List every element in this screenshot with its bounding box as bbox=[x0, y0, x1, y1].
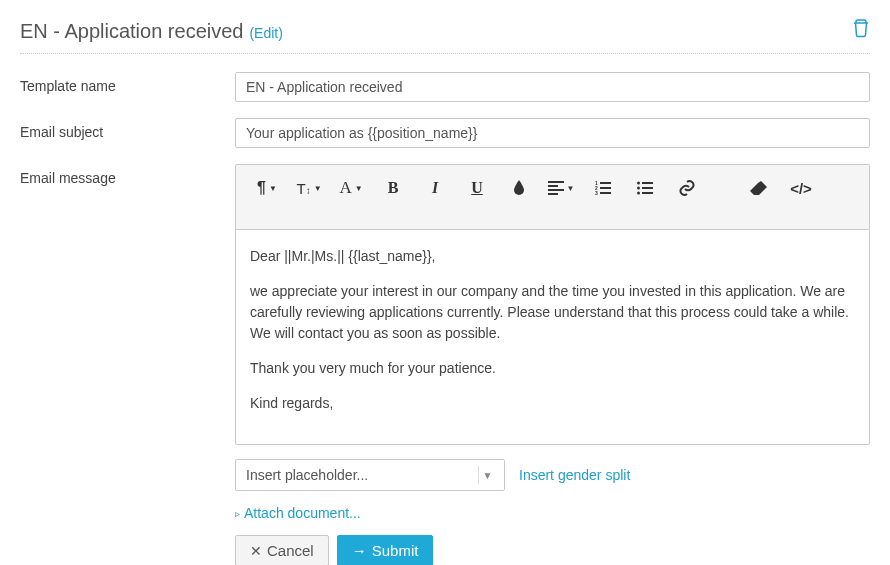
chevron-down-icon: ▼ bbox=[567, 184, 575, 193]
bold-icon: B bbox=[388, 179, 399, 197]
triangle-right-icon: ▹ bbox=[235, 508, 240, 519]
ink-drop-button[interactable] bbox=[498, 173, 540, 203]
align-left-icon bbox=[548, 181, 564, 195]
template-name-input[interactable] bbox=[235, 72, 870, 102]
message-greeting: Dear ||Mr.|Ms.|| {{last_name}}, bbox=[250, 246, 855, 267]
template-name-label: Template name bbox=[20, 72, 235, 102]
svg-text:3: 3 bbox=[595, 190, 598, 195]
ordered-list-icon: 123 bbox=[595, 181, 611, 195]
editor-toolbar: ¶▼ T↕ ▼ A▼ B I bbox=[235, 164, 870, 229]
editor-content[interactable]: Dear ||Mr.|Ms.|| {{last_name}}, we appre… bbox=[235, 229, 870, 445]
page-header: EN - Application received (Edit) bbox=[20, 18, 870, 54]
delete-button[interactable] bbox=[852, 18, 870, 41]
italic-button[interactable]: I bbox=[414, 173, 456, 203]
page-title: EN - Application received bbox=[20, 20, 243, 43]
cancel-button-label: Cancel bbox=[267, 542, 314, 559]
font-color-icon: A bbox=[339, 178, 351, 198]
code-icon: </> bbox=[790, 180, 812, 197]
italic-icon: I bbox=[432, 179, 438, 197]
svg-point-12 bbox=[637, 187, 640, 190]
pilcrow-icon: ¶ bbox=[257, 179, 266, 197]
bold-button[interactable]: B bbox=[372, 173, 414, 203]
link-icon bbox=[678, 180, 696, 196]
underline-icon: U bbox=[471, 179, 483, 197]
code-view-button[interactable]: </> bbox=[780, 173, 822, 203]
insert-link-button[interactable] bbox=[666, 173, 708, 203]
chevron-down-icon: ▼ bbox=[269, 184, 277, 193]
unordered-list-icon bbox=[637, 181, 653, 195]
chevron-down-icon: ▼ bbox=[314, 184, 322, 193]
clear-formatting-button[interactable] bbox=[738, 173, 780, 203]
submit-button[interactable]: → Submit bbox=[337, 535, 434, 565]
paragraph-format-button[interactable]: ¶▼ bbox=[246, 173, 288, 203]
trash-icon bbox=[852, 18, 870, 38]
ink-drop-icon bbox=[512, 180, 526, 196]
chevron-down-icon: ▼ bbox=[355, 184, 363, 193]
dropdown-label: Insert placeholder... bbox=[246, 467, 368, 483]
message-body-1: we appreciate your interest in our compa… bbox=[250, 281, 855, 344]
message-signoff: Kind regards, bbox=[250, 393, 855, 414]
insert-gender-split-link[interactable]: Insert gender split bbox=[519, 467, 630, 483]
text-size-button[interactable]: T↕ ▼ bbox=[288, 173, 330, 203]
text-size-icon: T↕ bbox=[296, 180, 310, 197]
svg-point-14 bbox=[637, 192, 640, 195]
chevron-down-icon: ▼ bbox=[478, 466, 496, 484]
cancel-button[interactable]: ✕ Cancel bbox=[235, 535, 329, 565]
attach-document-link[interactable]: Attach document... bbox=[244, 505, 361, 521]
email-subject-input[interactable] bbox=[235, 118, 870, 148]
close-icon: ✕ bbox=[250, 543, 262, 559]
edit-link[interactable]: (Edit) bbox=[249, 25, 282, 41]
insert-placeholder-dropdown[interactable]: Insert placeholder... ▼ bbox=[235, 459, 505, 491]
svg-point-10 bbox=[637, 182, 640, 185]
email-message-label: Email message bbox=[20, 164, 235, 565]
rich-text-editor: ¶▼ T↕ ▼ A▼ B I bbox=[235, 164, 870, 445]
submit-button-label: Submit bbox=[372, 542, 419, 559]
unordered-list-button[interactable] bbox=[624, 173, 666, 203]
message-body-2: Thank you very much for your patience. bbox=[250, 358, 855, 379]
underline-button[interactable]: U bbox=[456, 173, 498, 203]
align-button[interactable]: ▼ bbox=[540, 173, 582, 203]
font-color-button[interactable]: A▼ bbox=[330, 173, 372, 203]
arrow-right-icon: → bbox=[352, 542, 367, 559]
email-subject-label: Email subject bbox=[20, 118, 235, 148]
ordered-list-button[interactable]: 123 bbox=[582, 173, 624, 203]
eraser-icon bbox=[750, 181, 768, 195]
